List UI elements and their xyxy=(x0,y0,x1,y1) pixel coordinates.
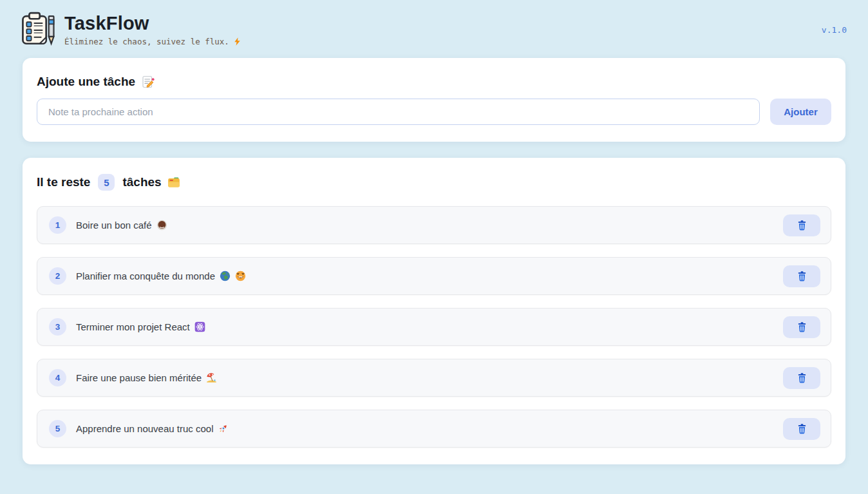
delete-task-button[interactable] xyxy=(783,316,820,338)
task-number-badge: 5 xyxy=(49,420,66,437)
app-title: TaskFlow xyxy=(64,13,241,34)
task-text: Planifier ma conquête du monde xyxy=(76,271,215,281)
trash-icon xyxy=(797,423,807,435)
title-block: TaskFlow Éliminez le chaos, suivez le fl… xyxy=(64,13,241,46)
new-task-input[interactable] xyxy=(37,99,760,125)
app-header: TaskFlow Éliminez le chaos, suivez le fl… xyxy=(0,0,868,58)
coffee-emoji-icon xyxy=(156,220,167,231)
task-list-heading-suffix: tâches xyxy=(122,175,161,189)
task-number-badge: 2 xyxy=(49,267,66,285)
app-tagline: Éliminez le chaos, suivez le flux. xyxy=(64,37,241,46)
laughing-face-emoji-icon xyxy=(235,271,246,281)
task-row: 4 Faire une pause bien méritée xyxy=(37,359,831,397)
task-text: Terminer mon projet React xyxy=(76,321,190,332)
lightning-bolt-icon xyxy=(233,37,241,46)
delete-task-button[interactable] xyxy=(783,418,820,440)
card-index-emoji-icon xyxy=(167,175,181,189)
task-row: 1 Boire un bon café xyxy=(37,206,831,244)
beach-umbrella-emoji-icon xyxy=(206,372,217,383)
task-text: Apprendre un nouveau truc cool xyxy=(76,423,213,434)
trash-icon xyxy=(797,372,807,384)
task-text: Faire une pause bien méritée xyxy=(76,372,202,383)
trash-icon xyxy=(797,271,807,282)
version-label: v.1.0 xyxy=(822,25,847,35)
task-number-badge: 4 xyxy=(49,369,66,386)
atom-emoji-icon xyxy=(194,321,205,332)
task-number-badge: 1 xyxy=(49,216,66,234)
trash-icon xyxy=(797,321,807,333)
task-row: 5 Apprendre un nouveau truc cool xyxy=(37,410,831,448)
task-list-card: Il te reste 5 tâches 1 Boire un bon café xyxy=(23,158,845,464)
add-task-button[interactable]: Ajouter xyxy=(770,99,831,125)
delete-task-button[interactable] xyxy=(783,265,820,287)
globe-emoji-icon xyxy=(220,271,231,281)
rocket-emoji-icon xyxy=(218,423,229,434)
trash-icon xyxy=(797,220,807,231)
memo-emoji-icon xyxy=(141,75,155,89)
add-task-heading-text: Ajoute une tâche xyxy=(37,75,135,89)
add-task-card: Ajoute une tâche Ajouter xyxy=(23,58,845,142)
task-list-heading-prefix: Il te reste xyxy=(37,175,90,189)
add-task-heading: Ajoute une tâche xyxy=(37,75,831,89)
task-list-heading: Il te reste 5 tâches xyxy=(37,174,831,191)
task-list: 1 Boire un bon café xyxy=(37,206,831,448)
tagline-text: Éliminez le chaos, suivez le flux. xyxy=(64,37,229,46)
delete-task-button[interactable] xyxy=(783,214,820,236)
add-task-form: Ajouter xyxy=(37,99,831,125)
app-logo-clipboard-pencil-icon xyxy=(19,11,57,48)
task-row: 3 Terminer mon projet React xyxy=(37,308,831,346)
task-row: 2 Planifier ma conquête du monde xyxy=(37,257,831,295)
delete-task-button[interactable] xyxy=(783,367,820,389)
task-number-badge: 3 xyxy=(49,318,66,336)
remaining-count-badge: 5 xyxy=(98,174,115,191)
task-text: Boire un bon café xyxy=(76,220,152,231)
